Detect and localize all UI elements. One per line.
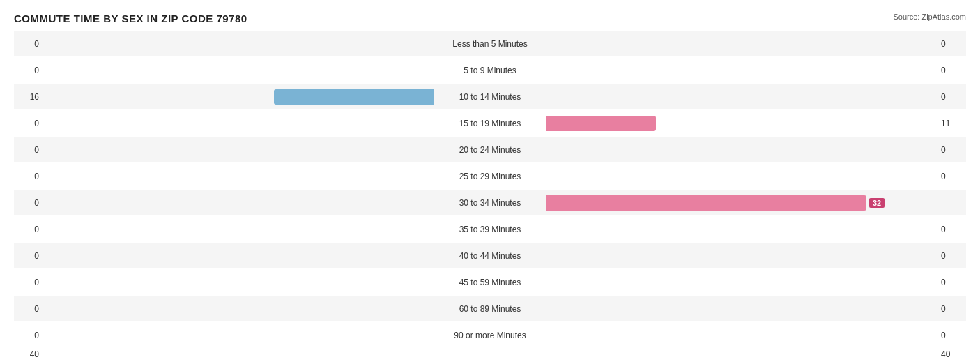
left-bar-wrap — [43, 222, 434, 237]
bar-section: 35 to 39 Minutes — [43, 222, 937, 237]
bar-section: 5 to 9 Minutes — [43, 63, 937, 78]
chart-container: COMMUTE TIME BY SEX IN ZIP CODE 79780 So… — [0, 0, 980, 364]
left-bar-wrap — [43, 328, 434, 343]
right-value: 0 — [937, 225, 966, 234]
bar-label: 20 to 24 Minutes — [434, 145, 546, 155]
bar-section: 45 to 59 Minutes — [43, 275, 937, 290]
right-bar-wrap — [546, 142, 937, 158]
left-bar-wrap — [43, 63, 434, 78]
chart-row: 05 to 9 Minutes0 — [14, 58, 966, 83]
right-bar-wrap — [546, 328, 937, 343]
left-value: 0 — [14, 145, 43, 155]
right-value: 0 — [937, 251, 966, 261]
chart-row: 0Less than 5 Minutes0 — [14, 31, 966, 56]
bar-label: 5 to 9 Minutes — [434, 66, 546, 75]
male-bar — [274, 89, 434, 105]
left-value: 0 — [14, 225, 43, 234]
bar-section: 30 to 34 Minutes32 — [43, 195, 937, 211]
source-link: Source: ZipAtlas.com — [893, 13, 966, 21]
right-value: 0 — [937, 39, 966, 49]
right-bar-wrap: 32 — [546, 195, 937, 211]
left-value: 0 — [14, 198, 43, 208]
bar-section: Less than 5 Minutes — [43, 36, 937, 52]
bar-label: 35 to 39 Minutes — [434, 225, 546, 234]
left-value: 0 — [14, 119, 43, 128]
right-value: 0 — [937, 304, 966, 314]
right-value: 0 — [937, 145, 966, 155]
chart-title: COMMUTE TIME BY SEX IN ZIP CODE 79780 — [14, 13, 966, 24]
left-value: 0 — [14, 304, 43, 314]
bar-label: 90 or more Minutes — [434, 331, 546, 340]
chart-row: 025 to 29 Minutes0 — [14, 164, 966, 189]
right-value: 0 — [937, 92, 966, 102]
bar-label: 60 to 89 Minutes — [434, 304, 546, 314]
chart-row: 030 to 34 Minutes32 — [14, 190, 966, 215]
right-bar-wrap — [546, 275, 937, 290]
bar-section: 10 to 14 Minutes — [43, 89, 937, 105]
left-value: 0 — [14, 39, 43, 49]
left-bar-wrap — [43, 195, 434, 211]
right-bar-wrap — [546, 301, 937, 317]
bar-label: Less than 5 Minutes — [434, 39, 546, 49]
left-value: 0 — [14, 331, 43, 340]
chart-row: 040 to 44 Minutes0 — [14, 243, 966, 268]
left-bar-wrap — [43, 301, 434, 317]
left-bar-wrap — [43, 248, 434, 264]
bar-section: 15 to 19 Minutes — [43, 116, 937, 131]
chart-row: 1610 to 14 Minutes0 — [14, 84, 966, 109]
axis-right: 40 — [937, 349, 966, 359]
bar-section: 25 to 29 Minutes — [43, 169, 937, 184]
bar-label: 45 to 59 Minutes — [434, 278, 546, 287]
chart-row: 060 to 89 Minutes0 — [14, 296, 966, 321]
bar-label: 15 to 19 Minutes — [434, 119, 546, 128]
right-bar-wrap — [546, 248, 937, 264]
bars-area: 0Less than 5 Minutes005 to 9 Minutes0161… — [14, 31, 966, 348]
right-value: 0 — [937, 331, 966, 340]
left-value: 0 — [14, 251, 43, 261]
bar-label: 10 to 14 Minutes — [434, 92, 546, 102]
left-value: 16 — [14, 92, 43, 102]
bar-label: 25 to 29 Minutes — [434, 172, 546, 181]
axis-left: 40 — [14, 349, 43, 359]
chart-row: 090 or more Minutes0 — [14, 323, 966, 348]
right-bar-wrap — [546, 89, 937, 105]
left-value: 0 — [14, 172, 43, 181]
axis-row: 40 40 — [14, 349, 966, 359]
left-bar-wrap — [43, 116, 434, 131]
right-bar-wrap — [546, 36, 937, 52]
female-value-badge: 32 — [869, 198, 885, 208]
female-bar — [546, 116, 656, 131]
left-value: 0 — [14, 66, 43, 75]
female-bar — [546, 195, 866, 211]
right-bar-wrap — [546, 169, 937, 184]
left-bar-wrap — [43, 169, 434, 184]
right-bar-wrap — [546, 63, 937, 78]
chart-row: 035 to 39 Minutes0 — [14, 217, 966, 242]
bar-section: 40 to 44 Minutes — [43, 248, 937, 264]
right-value: 0 — [937, 172, 966, 181]
right-value: 0 — [937, 66, 966, 75]
chart-row: 045 to 59 Minutes0 — [14, 270, 966, 295]
bar-section: 20 to 24 Minutes — [43, 142, 937, 158]
left-bar-wrap — [43, 275, 434, 290]
bar-label: 30 to 34 Minutes — [434, 198, 546, 208]
left-bar-wrap — [43, 36, 434, 52]
bar-label: 40 to 44 Minutes — [434, 251, 546, 261]
right-value: 11 — [937, 119, 966, 128]
right-bar-wrap — [546, 116, 937, 131]
right-bar-wrap — [546, 222, 937, 237]
bar-section: 60 to 89 Minutes — [43, 301, 937, 317]
left-bar-wrap — [43, 142, 434, 158]
chart-row: 020 to 24 Minutes0 — [14, 137, 966, 162]
left-value: 0 — [14, 278, 43, 287]
bar-section: 90 or more Minutes — [43, 328, 937, 343]
left-bar-wrap — [43, 89, 434, 105]
right-value: 0 — [937, 278, 966, 287]
chart-row: 015 to 19 Minutes11 — [14, 111, 966, 136]
